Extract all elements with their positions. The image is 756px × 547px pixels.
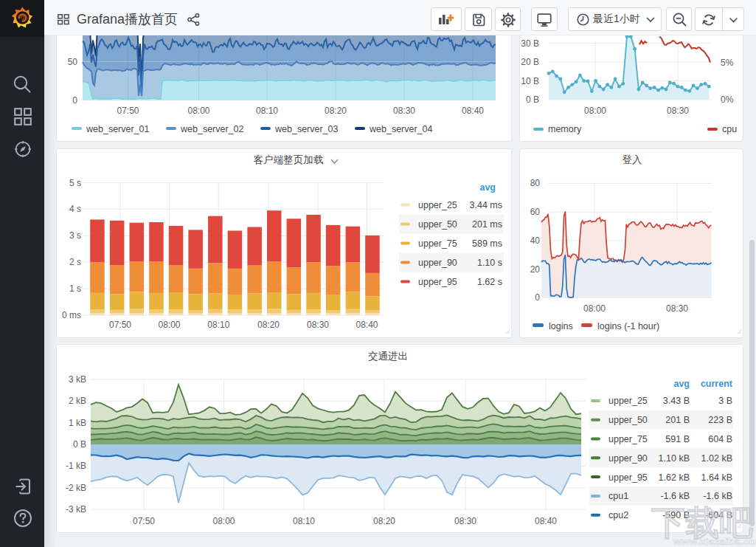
svg-text:10 B: 10 B xyxy=(521,76,539,86)
svg-text:2 kB: 2 kB xyxy=(69,396,86,406)
svg-text:223 B: 223 B xyxy=(708,415,732,425)
svg-text:08:40: 08:40 xyxy=(535,516,557,526)
svg-text:0%: 0% xyxy=(721,94,734,105)
svg-text:1.62 s: 1.62 s xyxy=(477,277,502,287)
svg-text:-1.6 kB: -1.6 kB xyxy=(660,491,690,501)
svg-text:logins: logins xyxy=(549,321,573,331)
svg-text:upper_25: upper_25 xyxy=(608,396,648,406)
svg-text:memory: memory xyxy=(548,124,582,134)
svg-text:591 B: 591 B xyxy=(665,434,690,444)
svg-text:1.64 kB: 1.64 kB xyxy=(701,472,732,483)
svg-text:3 kB: 3 kB xyxy=(69,374,86,385)
svg-text:07:50: 07:50 xyxy=(109,320,131,330)
svg-text:08:20: 08:20 xyxy=(373,516,395,526)
svg-text:1.10 s: 1.10 s xyxy=(477,258,502,268)
svg-text:-2 kB: -2 kB xyxy=(66,483,86,493)
svg-text:40: 40 xyxy=(530,235,541,246)
svg-text:589 ms: 589 ms xyxy=(472,238,502,249)
svg-text:08:00: 08:00 xyxy=(158,320,180,330)
svg-text:08:10: 08:10 xyxy=(207,320,229,330)
svg-text:201 B: 201 B xyxy=(665,415,690,425)
svg-text:3 B: 3 B xyxy=(718,396,732,406)
svg-text:08:40: 08:40 xyxy=(462,106,484,116)
svg-text:08:00: 08:00 xyxy=(584,106,606,116)
svg-text:current: current xyxy=(701,379,733,389)
svg-text:2 s: 2 s xyxy=(69,257,81,267)
svg-text:08:00: 08:00 xyxy=(583,303,606,314)
svg-text:web_server_01: web_server_01 xyxy=(86,124,150,134)
svg-text:08:20: 08:20 xyxy=(325,106,347,116)
svg-text:5%: 5% xyxy=(721,58,734,68)
svg-text:3.44 ms: 3.44 ms xyxy=(470,200,502,210)
svg-text:1 kB: 1 kB xyxy=(69,418,86,428)
svg-text:0: 0 xyxy=(535,292,540,303)
svg-text:upper_95: upper_95 xyxy=(418,277,457,287)
svg-text:1.10 kB: 1.10 kB xyxy=(659,453,690,464)
svg-text:upper_75: upper_75 xyxy=(418,238,457,249)
svg-text:-1.6 kB: -1.6 kB xyxy=(703,491,732,501)
svg-text:3.43 B: 3.43 B xyxy=(663,396,690,406)
svg-text:3 s: 3 s xyxy=(69,230,81,241)
svg-text:web_server_04: web_server_04 xyxy=(369,124,433,134)
svg-text:web_server_02: web_server_02 xyxy=(180,124,244,134)
svg-text:upper_50: upper_50 xyxy=(608,415,648,425)
svg-text:cpu2: cpu2 xyxy=(608,510,628,520)
svg-text:客户端整页加载: 客户端整页加载 xyxy=(254,154,324,165)
svg-text:upper_75: upper_75 xyxy=(608,434,648,444)
svg-text:avg: avg xyxy=(479,182,496,193)
svg-text:30 B: 30 B xyxy=(521,38,539,49)
svg-text:08:10: 08:10 xyxy=(256,106,278,116)
svg-text:upper_50: upper_50 xyxy=(418,219,457,230)
svg-text:08:20: 08:20 xyxy=(257,320,280,330)
svg-text:登入: 登入 xyxy=(623,154,643,165)
svg-text:1 s: 1 s xyxy=(69,283,81,294)
svg-text:web_server_03: web_server_03 xyxy=(274,124,339,134)
svg-text:0: 0 xyxy=(72,95,77,106)
svg-text:08:30: 08:30 xyxy=(454,516,476,526)
svg-text:upper_90: upper_90 xyxy=(418,258,457,268)
svg-text:08:30: 08:30 xyxy=(667,106,689,116)
svg-text:20: 20 xyxy=(530,264,541,275)
svg-text:60: 60 xyxy=(530,207,541,217)
svg-text:604 B: 604 B xyxy=(708,434,732,444)
svg-text:-3 kB: -3 kB xyxy=(66,504,86,515)
svg-text:20 B: 20 B xyxy=(521,57,539,67)
svg-text:upper_95: upper_95 xyxy=(608,472,648,483)
svg-text:交通进出: 交通进出 xyxy=(368,351,408,362)
svg-text:50: 50 xyxy=(68,57,78,67)
svg-text:-1 kB: -1 kB xyxy=(66,461,86,471)
svg-text:08:00: 08:00 xyxy=(187,106,209,116)
svg-text:upper_25: upper_25 xyxy=(418,200,457,210)
svg-text:08:30: 08:30 xyxy=(307,320,329,330)
svg-text:08:30: 08:30 xyxy=(393,106,415,116)
svg-text:1.62 kB: 1.62 kB xyxy=(659,472,690,483)
svg-text:upper_90: upper_90 xyxy=(608,453,648,464)
svg-text:08:00: 08:00 xyxy=(212,516,235,526)
svg-text:4 s: 4 s xyxy=(69,204,81,214)
svg-text:1.02 kB: 1.02 kB xyxy=(701,453,732,464)
svg-text:08:30: 08:30 xyxy=(666,303,688,314)
svg-text:07:50: 07:50 xyxy=(117,106,139,116)
svg-text:avg: avg xyxy=(673,379,690,389)
svg-text:08:40: 08:40 xyxy=(356,320,378,330)
svg-text:cpu1: cpu1 xyxy=(608,491,628,501)
svg-text:0 B: 0 B xyxy=(73,439,86,450)
svg-text:07:50: 07:50 xyxy=(133,516,155,526)
svg-text:-604 B: -604 B xyxy=(705,510,732,520)
svg-text:cpu: cpu xyxy=(722,124,737,134)
svg-text:logins (-1 hour): logins (-1 hour) xyxy=(597,321,659,331)
svg-text:0 ms: 0 ms xyxy=(62,310,81,320)
svg-text:08:10: 08:10 xyxy=(293,516,315,526)
svg-text:0 B: 0 B xyxy=(526,94,539,105)
svg-text:-590 B: -590 B xyxy=(662,510,690,520)
svg-text:201 ms: 201 ms xyxy=(472,219,502,230)
svg-text:5 s: 5 s xyxy=(69,178,81,188)
svg-text:80: 80 xyxy=(530,178,541,188)
